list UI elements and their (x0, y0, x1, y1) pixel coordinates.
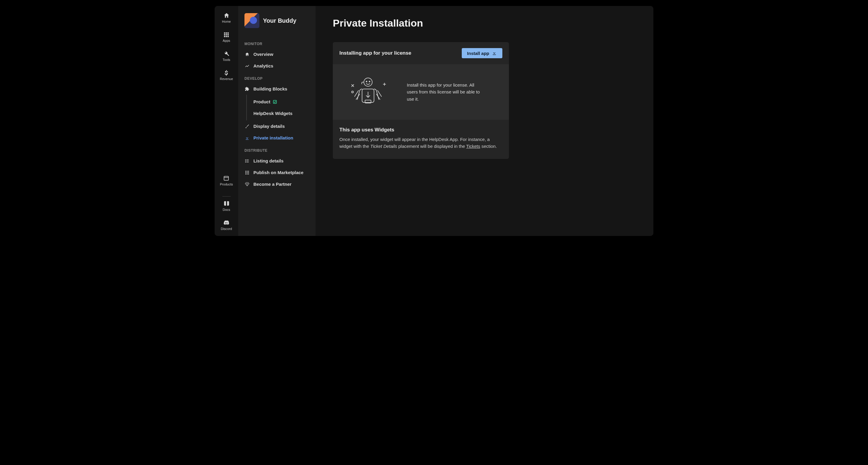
app-name: Your Buddy (263, 17, 297, 24)
page-title: Private Installation (333, 17, 636, 29)
card-header-title: Installing app for your license (339, 50, 411, 56)
svg-rect-18 (245, 171, 246, 172)
install-button-label: Install app (467, 51, 489, 56)
sidebar-item-publish-marketplace[interactable]: Publish on Marketplace (239, 167, 315, 178)
rail-label: Tools (223, 58, 230, 61)
revenue-icon (223, 69, 230, 77)
rail-label: Products (220, 182, 233, 186)
card-footer: This app uses Widgets Once installed, yo… (333, 120, 509, 159)
app-frame: Home Apps Tools Revenue Products (215, 6, 653, 236)
nav-label: Become a Partner (253, 181, 291, 187)
svg-line-37 (354, 90, 359, 96)
section-label-monitor: MONITOR (239, 37, 315, 48)
rail-item-home[interactable]: Home (222, 12, 231, 23)
sidebar-item-overview[interactable]: Overview (239, 48, 315, 60)
rail-item-revenue[interactable]: Revenue (220, 69, 233, 81)
nav-label: Listing details (253, 158, 284, 163)
section-label-develop: DEVELOP (239, 72, 315, 83)
svg-point-17 (245, 162, 246, 162)
nav-label: Private installation (253, 135, 293, 140)
apps-icon (223, 31, 230, 38)
main-content: Private Installation Installing app for … (315, 6, 653, 236)
discord-icon (223, 219, 230, 226)
card-body-text: Install this app for your license. All u… (407, 82, 485, 103)
svg-rect-21 (245, 172, 246, 173)
svg-rect-25 (247, 174, 248, 174)
docs-icon (223, 200, 230, 207)
rail-label: Home (222, 20, 231, 23)
app-identity: Your Buddy (239, 13, 315, 37)
footer-em: Ticket Details (370, 144, 397, 149)
sidebar-item-become-partner[interactable]: Become a Partner (239, 178, 315, 190)
svg-rect-23 (248, 172, 249, 173)
sidebar-item-display-details[interactable]: Display details (239, 120, 315, 132)
svg-rect-3 (224, 34, 225, 35)
svg-line-39 (378, 90, 381, 96)
svg-rect-6 (224, 36, 225, 37)
list-icon (244, 158, 250, 163)
svg-rect-9 (224, 176, 229, 180)
rail-item-apps[interactable]: Apps (223, 31, 230, 42)
analytics-icon (244, 64, 250, 68)
svg-rect-4 (226, 34, 227, 35)
card-body: Install this app for your license. All u… (333, 64, 509, 120)
nav-label: Display details (253, 124, 285, 129)
rail-item-tools[interactable]: Tools (223, 50, 230, 61)
svg-rect-26 (248, 174, 249, 174)
svg-rect-0 (224, 33, 225, 34)
sidebar-item-product[interactable]: Product (247, 96, 315, 108)
svg-rect-1 (226, 33, 227, 34)
nav-label: Publish on Marketplace (253, 170, 304, 175)
svg-point-34 (352, 91, 353, 93)
nav-sub-building-blocks: Product HelpDesk Widgets (246, 95, 315, 120)
icon-rail: Home Apps Tools Revenue Products (215, 6, 239, 236)
svg-rect-11 (273, 100, 276, 103)
nav-label: Overview (253, 52, 273, 57)
rail-label: Docs (223, 208, 230, 211)
tools-icon (223, 50, 230, 57)
rail-item-docs[interactable]: Docs (223, 200, 230, 211)
svg-line-38 (356, 94, 360, 99)
rail-item-products[interactable]: Products (220, 175, 233, 186)
section-label-distribute: DISTRIBUTE (239, 144, 315, 155)
svg-rect-24 (245, 174, 246, 174)
footer-text-suffix: section. (482, 144, 497, 149)
install-app-button[interactable]: Install app (462, 48, 502, 58)
sidebar-item-analytics[interactable]: Analytics (239, 60, 315, 72)
svg-rect-8 (228, 36, 229, 37)
sidebar-item-building-blocks[interactable]: Building Blocks (239, 83, 315, 95)
sidebar: Your Buddy MONITOR Overview Analytics DE… (239, 6, 315, 236)
install-card: Installing app for your license Install … (333, 42, 509, 159)
card-footer-title: This app uses Widgets (339, 127, 502, 133)
rail-divider (222, 196, 231, 197)
svg-rect-5 (228, 34, 229, 35)
svg-point-15 (245, 159, 246, 160)
svg-point-29 (369, 81, 370, 82)
card-footer-text: Once installed, your widget will appear … (339, 136, 502, 150)
home-icon (223, 12, 230, 19)
rail-item-discord[interactable]: Discord (221, 219, 232, 231)
rail-label: Revenue (220, 77, 233, 81)
svg-line-40 (376, 94, 380, 99)
download-icon (244, 136, 250, 140)
home-icon (244, 52, 250, 57)
puzzle-icon (244, 87, 250, 91)
footer-text-mid: placement will be displayed in the (398, 144, 466, 149)
sidebar-item-listing-details[interactable]: Listing details (239, 155, 315, 167)
rail-label: Discord (221, 227, 232, 231)
tickets-link[interactable]: Tickets (466, 144, 480, 149)
svg-point-16 (245, 161, 246, 161)
brush-icon (244, 124, 250, 129)
svg-rect-2 (228, 33, 229, 34)
diamond-icon (244, 182, 250, 187)
sidebar-item-helpdesk-widgets[interactable]: HelpDesk Widgets (247, 108, 315, 119)
products-icon (223, 175, 230, 182)
nav-label: Building Blocks (253, 86, 287, 91)
rail-label: Apps (223, 39, 230, 42)
svg-point-27 (364, 78, 372, 86)
verified-icon (273, 100, 277, 104)
download-icon (492, 51, 497, 56)
svg-rect-19 (247, 171, 248, 172)
svg-point-28 (366, 81, 367, 82)
sidebar-item-private-installation[interactable]: Private installation (239, 132, 315, 144)
